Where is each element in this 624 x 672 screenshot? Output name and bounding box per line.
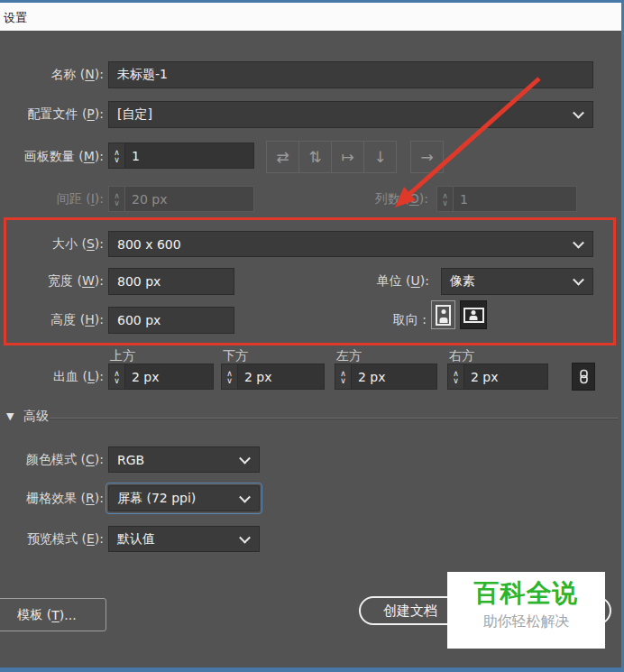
- bleed-top-header: 上方: [110, 348, 135, 364]
- stepper-arrows-icon[interactable]: ∧∨: [222, 364, 238, 389]
- chevron-down-icon: [239, 491, 251, 502]
- chevron-down-icon: [239, 452, 251, 464]
- arrange-by-column-icon: ↓: [373, 148, 386, 166]
- preview-mode-value: 默认值: [117, 531, 155, 548]
- grid-by-row-icon: ⇄: [276, 148, 289, 166]
- portrait-orientation-button[interactable]: [431, 300, 455, 329]
- dialog-title: 设置: [4, 10, 27, 26]
- artboards-stepper[interactable]: ∧∨ 1: [108, 143, 254, 169]
- bleed-bottom-header: 下方: [223, 348, 248, 364]
- rtl-layout-button[interactable]: →: [410, 141, 444, 173]
- arrange-by-row-button[interactable]: ↦: [331, 141, 364, 173]
- bleed-bottom-value: 2 px: [238, 364, 324, 389]
- bleed-right-value: 2 px: [464, 364, 547, 389]
- height-input[interactable]: 600 px: [108, 307, 234, 334]
- width-input[interactable]: 800 px: [108, 268, 234, 295]
- chevron-down-icon: [573, 107, 584, 119]
- create-document-label: 创建文档: [383, 603, 437, 620]
- width-value: 800 px: [117, 274, 161, 289]
- width-label: 宽度 (W):: [48, 273, 104, 290]
- advanced-section-label: 高级: [23, 409, 49, 425]
- artboards-label: 画板数量 (M):: [24, 149, 104, 165]
- bleed-left-header: 左方: [336, 348, 362, 364]
- portrait-icon: [436, 305, 451, 326]
- stepper-arrows-icon[interactable]: ∧∨: [335, 364, 352, 389]
- color-mode-label: 颜色模式 (C):: [26, 452, 104, 468]
- profile-dropdown[interactable]: [自定]: [108, 101, 593, 128]
- arrange-by-column-button[interactable]: ↓: [363, 141, 397, 173]
- chevron-down-icon: [573, 236, 584, 248]
- height-value: 600 px: [117, 313, 161, 327]
- bleed-left-stepper[interactable]: ∧∨ 2 px: [335, 364, 437, 390]
- arrange-by-row-icon: ↦: [341, 148, 353, 166]
- color-mode-value: RGB: [117, 453, 144, 467]
- profile-value: [自定]: [117, 106, 152, 123]
- section-divider: [50, 418, 618, 419]
- raster-effects-label: 栅格效果 (R):: [26, 491, 104, 507]
- chain-link-icon: [578, 369, 590, 384]
- watermark-subtitle: 助你轻松解决: [447, 612, 605, 631]
- size-value: 800 x 600: [117, 237, 181, 252]
- name-input[interactable]: 未标题-1: [108, 61, 593, 88]
- spacing-stepper: ∧∨ 20 px: [108, 186, 254, 212]
- link-bleed-values-button[interactable]: [572, 363, 595, 391]
- preview-mode-label: 预览模式 (E):: [27, 531, 104, 548]
- spacing-value: 20 px: [125, 187, 253, 211]
- units-value: 像素: [450, 273, 475, 290]
- bleed-right-stepper[interactable]: ∧∨ 2 px: [447, 364, 548, 390]
- color-mode-dropdown[interactable]: RGB: [108, 446, 260, 473]
- chevron-down-icon: [239, 531, 251, 543]
- orientation-label: 取向 :: [393, 312, 427, 328]
- watermark-title: 百科全说: [447, 581, 605, 606]
- size-dropdown[interactable]: 800 x 600: [108, 231, 593, 257]
- template-button[interactable]: 模板 (T)...: [0, 598, 106, 631]
- raster-effects-dropdown[interactable]: 屏幕 (72 ppi): [108, 485, 260, 511]
- chevron-down-icon: [573, 274, 584, 286]
- advanced-collapse-icon[interactable]: ▼: [6, 410, 14, 422]
- units-label: 单位 (U):: [377, 273, 429, 290]
- stepper-arrows-icon[interactable]: ∧∨: [109, 143, 125, 168]
- rtl-layout-icon: →: [420, 148, 433, 166]
- bleed-left-value: 2 px: [352, 364, 436, 389]
- columns-value: 1: [454, 187, 576, 211]
- preview-mode-dropdown[interactable]: 默认值: [108, 526, 260, 552]
- units-dropdown[interactable]: 像素: [441, 268, 593, 295]
- stepper-arrows-icon: ∧∨: [437, 187, 454, 211]
- size-label: 大小 (S):: [52, 236, 104, 253]
- bleed-bottom-stepper[interactable]: ∧∨ 2 px: [221, 364, 325, 390]
- create-document-button[interactable]: 创建文档: [359, 596, 462, 625]
- bleed-top-stepper[interactable]: ∧∨ 2 px: [108, 364, 214, 390]
- bleed-top-value: 2 px: [125, 364, 213, 389]
- stepper-arrows-icon[interactable]: ∧∨: [448, 364, 464, 389]
- window-border-bottom: [0, 667, 624, 672]
- grid-by-column-icon: ⇅: [308, 148, 321, 166]
- name-value: 未标题-1: [117, 67, 168, 83]
- watermark: 百科全说 助你轻松解决: [447, 572, 605, 649]
- bleed-right-header: 右方: [449, 348, 474, 364]
- columns-stepper: ∧∨ 1: [436, 186, 577, 212]
- landscape-icon: [463, 308, 484, 323]
- dialog-titlebar[interactable]: 设置: [0, 3, 621, 31]
- artboards-value: 1: [125, 143, 253, 168]
- window-border-top: [0, 0, 624, 3]
- stepper-arrows-icon: ∧∨: [109, 187, 125, 211]
- stepper-arrows-icon[interactable]: ∧∨: [109, 364, 125, 389]
- profile-label: 配置文件 (P):: [27, 106, 104, 123]
- bleed-label: 出血 (L):: [53, 369, 104, 385]
- raster-effects-value: 屏幕 (72 ppi): [117, 491, 196, 507]
- grid-by-row-button[interactable]: ⇄: [266, 141, 299, 173]
- height-label: 高度 (H):: [50, 312, 104, 328]
- grid-by-column-button[interactable]: ⇅: [298, 141, 332, 173]
- landscape-orientation-button[interactable]: [460, 300, 487, 329]
- columns-label: 列数 (O):: [375, 191, 428, 207]
- name-label: 名称 (N):: [50, 67, 104, 83]
- spacing-label: 间距 (I):: [57, 191, 104, 207]
